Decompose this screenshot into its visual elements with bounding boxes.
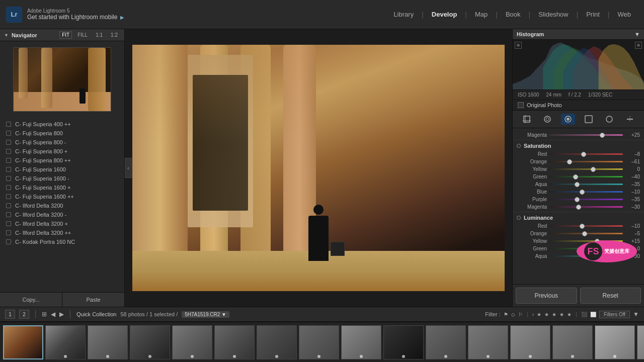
zoom-1-1-btn[interactable]: 1:1: [93, 31, 105, 39]
radial-filter-btn[interactable]: [602, 114, 616, 125]
saturation-dot[interactable]: [517, 144, 521, 148]
sat-orange-track[interactable]: [549, 161, 623, 162]
zoom-fill-btn[interactable]: FILL: [75, 31, 90, 39]
tab-web[interactable]: Web: [611, 8, 638, 21]
zoom-fit-btn[interactable]: FIT: [59, 31, 72, 39]
filters-off-btn[interactable]: Filters Off: [599, 311, 630, 318]
filter-flag2-icon[interactable]: ⚐: [518, 312, 523, 317]
arrow-icon[interactable]: ▶: [120, 15, 124, 20]
sat-red-thumb[interactable]: [581, 152, 586, 157]
preset-item[interactable]: C- Ilford Delta 3200: [0, 201, 124, 210]
film-thumb-15[interactable]: [637, 325, 644, 359]
histogram-highlight-clip[interactable]: [635, 42, 642, 49]
navigator-collapse-icon[interactable]: ▼: [4, 33, 9, 38]
film-thumb-3[interactable]: [130, 325, 170, 359]
film-thumb-0[interactable]: [3, 325, 43, 359]
star5-icon[interactable]: ★: [567, 312, 572, 317]
color-filter2-icon[interactable]: ⬜: [590, 312, 596, 317]
tab-slideshow[interactable]: Slideshow: [531, 8, 575, 21]
film-thumb-7[interactable]: [299, 325, 339, 359]
magenta-hue-thumb[interactable]: [600, 133, 605, 138]
luminance-dot[interactable]: [517, 216, 521, 220]
left-collapse-arrow[interactable]: ‹: [125, 158, 132, 178]
preset-item[interactable]: C- Ilford Delta 3200 +: [0, 219, 124, 228]
reset-button[interactable]: Reset: [580, 288, 641, 304]
tab-library[interactable]: Library: [386, 8, 421, 21]
brush-btn[interactable]: [623, 114, 637, 125]
film-thumb-5[interactable]: [214, 325, 255, 359]
lum-red-thumb[interactable]: [580, 224, 585, 229]
prev-arrow-btn[interactable]: ◀: [51, 311, 55, 318]
star3-icon[interactable]: ★: [552, 312, 556, 317]
filter-dropdown-icon[interactable]: ▼: [633, 311, 639, 318]
preset-item[interactable]: C- Fuji Superia 800 ++: [0, 156, 124, 165]
tab-map[interactable]: Map: [468, 8, 495, 21]
filter-flag-icon[interactable]: ⚑: [504, 312, 508, 317]
filename-dropdown-icon[interactable]: ▼: [221, 312, 226, 317]
tab-book[interactable]: Book: [499, 8, 528, 21]
preset-item[interactable]: C- Ilford Delta 3200 ++: [0, 228, 124, 237]
film-thumb-9[interactable]: [383, 325, 424, 359]
spot-removal-btn[interactable]: [540, 114, 554, 125]
lum-orange-track[interactable]: [549, 233, 623, 234]
previous-button[interactable]: Previous: [516, 288, 577, 304]
film-thumb-6[interactable]: [257, 325, 297, 359]
sat-green-thumb[interactable]: [573, 174, 578, 179]
film-thumb-1[interactable]: [45, 325, 86, 359]
preset-item[interactable]: C- Fuji Superia 800: [0, 129, 124, 138]
sat-yellow-track[interactable]: [549, 168, 623, 170]
graduated-filter-btn[interactable]: [582, 114, 596, 125]
film-thumb-10[interactable]: [426, 325, 466, 359]
film-thumb-2[interactable]: [88, 325, 128, 359]
star4-icon[interactable]: ★: [559, 312, 564, 317]
magenta-hue-track[interactable]: [549, 134, 623, 136]
star2-icon[interactable]: ★: [544, 312, 549, 317]
film-thumb-13[interactable]: [552, 325, 593, 359]
histogram-shadow-clip[interactable]: [515, 42, 522, 49]
sat-green-track[interactable]: [549, 176, 623, 177]
paste-button[interactable]: Paste: [62, 293, 124, 307]
preset-item[interactable]: C- Ilford Delta 3200 -: [0, 210, 124, 219]
star1-icon[interactable]: ★: [537, 312, 541, 317]
filter-diamond-icon[interactable]: ◇: [511, 312, 515, 317]
crop-tool-btn[interactable]: [520, 114, 534, 125]
preset-item[interactable]: C- Fuji Superia 1600 -: [0, 174, 124, 183]
color-filter-icon[interactable]: ⬛: [581, 312, 587, 317]
sat-magenta-track[interactable]: [549, 206, 623, 208]
film-thumb-12[interactable]: [510, 325, 550, 359]
redeye-btn[interactable]: [561, 114, 575, 125]
preset-item[interactable]: C- Fuji Superia 1600: [0, 165, 124, 174]
preset-item[interactable]: C- Fuji Superia 800 -: [0, 138, 124, 147]
sat-blue-thumb[interactable]: [580, 190, 585, 195]
preset-item[interactable]: C- Fuji Superia 1600 ++: [0, 192, 124, 201]
film-thumb-8[interactable]: [341, 325, 381, 359]
film-thumb-4[interactable]: [172, 325, 212, 359]
view-num1-btn[interactable]: 1: [5, 310, 15, 319]
preset-item[interactable]: C- Kodak Portra 160 NC: [0, 237, 124, 246]
preset-item[interactable]: C- Fuji Superia 800 +: [0, 147, 124, 156]
film-thumb-14[interactable]: [595, 325, 635, 359]
tab-develop[interactable]: Develop: [425, 8, 464, 21]
sat-aqua-track[interactable]: [549, 184, 623, 185]
sat-orange-thumb[interactable]: [567, 159, 572, 164]
preset-item[interactable]: C- Fuji Superia 400 ++: [0, 120, 124, 129]
sat-red-track[interactable]: [549, 153, 623, 155]
sat-blue-track[interactable]: [549, 191, 623, 193]
sat-magenta-thumb[interactable]: [576, 205, 581, 210]
filter-arrow-icon[interactable]: ›: [532, 312, 534, 317]
preset-item[interactable]: C- Fuji Superia 1600 +: [0, 183, 124, 192]
sat-yellow-thumb[interactable]: [591, 167, 596, 172]
lum-orange-thumb[interactable]: [582, 231, 587, 236]
copy-button[interactable]: Copy...: [0, 293, 62, 307]
sat-aqua-thumb[interactable]: [575, 182, 580, 187]
zoom-1-2-btn[interactable]: 1:2: [108, 31, 120, 39]
sat-purple-thumb[interactable]: [575, 197, 580, 202]
tab-print[interactable]: Print: [579, 8, 607, 21]
histogram-dropdown-icon[interactable]: ▼: [634, 31, 640, 37]
grid-view-btn[interactable]: ⊞: [42, 311, 47, 318]
view-num2-btn[interactable]: 2: [19, 310, 29, 319]
next-arrow-btn[interactable]: ▶: [59, 311, 64, 318]
film-thumb-11[interactable]: [468, 325, 508, 359]
original-photo-checkbox[interactable]: [518, 102, 524, 108]
sat-purple-track[interactable]: [549, 199, 623, 200]
